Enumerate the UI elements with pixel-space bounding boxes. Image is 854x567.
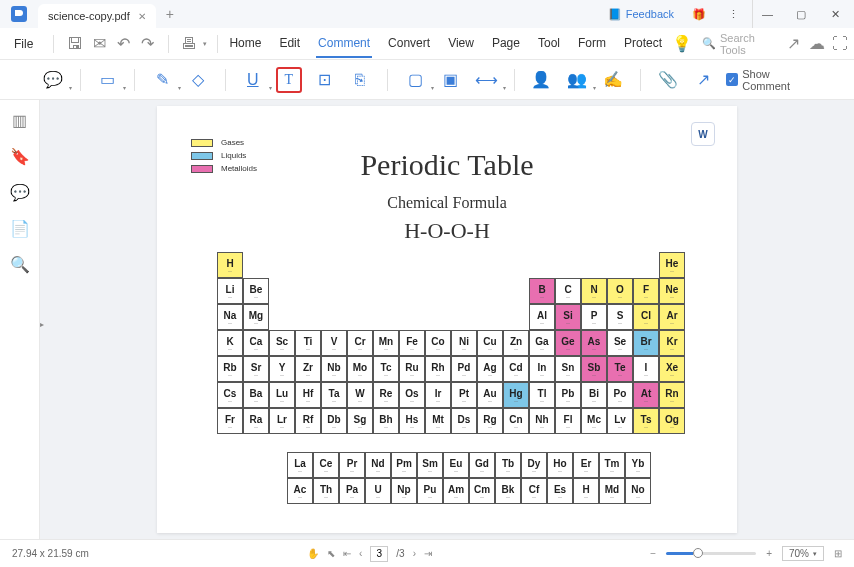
prev-page-icon[interactable]: ‹: [359, 548, 362, 559]
show-comment-toggle[interactable]: ✓ Show Comment: [726, 68, 814, 92]
menu-tab-edit[interactable]: Edit: [277, 30, 302, 58]
shape-tool[interactable]: ▢: [402, 67, 428, 93]
element-Cl: Cl—: [633, 304, 659, 330]
bulb-icon[interactable]: 💡: [672, 33, 692, 55]
element-Zr: Zr—: [295, 356, 321, 382]
first-page-icon[interactable]: ⇤: [343, 548, 351, 559]
print-icon[interactable]: 🖶: [179, 33, 198, 55]
menu-tab-view[interactable]: View: [446, 30, 476, 58]
element-Fr: Fr—: [217, 408, 243, 434]
element-Sg: Sg—: [347, 408, 373, 434]
bookmarks-icon[interactable]: 🔖: [10, 146, 30, 166]
element-Ba: Ba—: [243, 382, 269, 408]
thumbnails-icon[interactable]: ▥: [10, 110, 30, 130]
callout-tool[interactable]: ⎘: [348, 67, 374, 93]
close-button[interactable]: ✕: [820, 0, 850, 28]
element-Lu: Lu—: [269, 382, 295, 408]
menu-tab-comment[interactable]: Comment: [316, 30, 372, 58]
users-tool[interactable]: 👥: [564, 67, 590, 93]
share-icon[interactable]: ↗: [784, 33, 803, 55]
element-Ru: Ru—: [399, 356, 425, 382]
menu-tab-protect[interactable]: Protect: [622, 30, 664, 58]
element-Og: Og—: [659, 408, 685, 434]
zoom-in-icon[interactable]: +: [766, 548, 772, 559]
main-area: ▥ 🔖 💬 📄 🔍 ▸ W GasesLiquidsMetalloids Per…: [0, 100, 854, 539]
underline-tool[interactable]: U: [240, 67, 266, 93]
cloud-icon[interactable]: ☁: [807, 33, 826, 55]
element-Pa: Pa—: [339, 478, 365, 504]
zoom-select[interactable]: 70%▾: [782, 546, 824, 561]
search-tools[interactable]: 🔍 Search Tools: [696, 30, 780, 58]
feedback-button[interactable]: 📘 Feedback: [602, 6, 680, 23]
select-tool-icon[interactable]: ⬉: [327, 548, 335, 559]
maximize-button[interactable]: ▢: [786, 0, 816, 28]
element-Ag: Ag—: [477, 356, 503, 382]
mail-icon[interactable]: ✉: [88, 33, 110, 55]
app-icon[interactable]: [0, 0, 38, 28]
add-tab-button[interactable]: +: [156, 0, 184, 28]
page-input[interactable]: [370, 546, 388, 562]
zoom-out-icon[interactable]: −: [650, 548, 656, 559]
minimize-button[interactable]: —: [752, 0, 782, 28]
eraser-tool[interactable]: ◇: [185, 67, 211, 93]
fit-icon[interactable]: ⊞: [834, 548, 842, 559]
menu-tab-convert[interactable]: Convert: [386, 30, 432, 58]
more-icon[interactable]: ⋮: [718, 0, 748, 28]
element-Pd: Pd—: [451, 356, 477, 382]
pencil-tool[interactable]: ✎: [149, 67, 175, 93]
menu-tab-form[interactable]: Form: [576, 30, 608, 58]
element-K: K—: [217, 330, 243, 356]
save-icon[interactable]: 🖫: [64, 33, 86, 55]
note-tool[interactable]: 💬: [40, 67, 66, 93]
element-Tb: Tb—: [495, 452, 521, 478]
highlight-tool[interactable]: ▭: [95, 67, 121, 93]
element-Sc: Sc—: [269, 330, 295, 356]
gift-icon[interactable]: 🎁: [684, 0, 714, 28]
user-tool[interactable]: 👤: [529, 67, 555, 93]
word-badge-icon[interactable]: W: [691, 122, 715, 146]
feedback-icon: 📘: [608, 8, 622, 21]
periodic-table: H—He—Li—Be—B—C—N—O—F—Ne—Na—Mg—Al—Si—P—S—…: [187, 252, 707, 539]
measure-tool[interactable]: ⟷: [474, 67, 500, 93]
element-Ne: Ne—: [659, 278, 685, 304]
left-sidebar: ▥ 🔖 💬 📄 🔍: [0, 100, 40, 539]
last-page-icon[interactable]: ⇥: [424, 548, 432, 559]
zoom-slider[interactable]: [666, 552, 756, 555]
next-page-icon[interactable]: ›: [413, 548, 416, 559]
file-menu[interactable]: File: [4, 33, 43, 55]
attachments-icon[interactable]: 📄: [10, 218, 30, 238]
element-Ir: Ir—: [425, 382, 451, 408]
search-panel-icon[interactable]: 🔍: [10, 254, 30, 274]
expand-icon[interactable]: ⛶: [831, 33, 850, 55]
text-tool[interactable]: T: [276, 67, 302, 93]
tab-title: science-copy.pdf: [48, 10, 130, 22]
menu-tab-tool[interactable]: Tool: [536, 30, 562, 58]
document-tab[interactable]: science-copy.pdf ✕: [38, 4, 156, 28]
undo-icon[interactable]: ↶: [112, 33, 134, 55]
element-Tl: Tl—: [529, 382, 555, 408]
export-tool[interactable]: ↗: [691, 67, 717, 93]
menu-tab-home[interactable]: Home: [227, 30, 263, 58]
attachment-tool[interactable]: 📎: [655, 67, 681, 93]
element-In: In—: [529, 356, 555, 382]
element-Lv: Lv—: [607, 408, 633, 434]
menu-tab-page[interactable]: Page: [490, 30, 522, 58]
element-Db: Db—: [321, 408, 347, 434]
element-Bh: Bh—: [373, 408, 399, 434]
element-Cn: Cn—: [503, 408, 529, 434]
text-box-tool[interactable]: ⊡: [312, 67, 338, 93]
element-Re: Re—: [373, 382, 399, 408]
element-Lr: Lr—: [269, 408, 295, 434]
hand-tool-icon[interactable]: ✋: [307, 548, 319, 559]
document-area[interactable]: W GasesLiquidsMetalloids Periodic Table …: [40, 100, 854, 539]
element-Ts: Ts—: [633, 408, 659, 434]
element-Ce: Ce—: [313, 452, 339, 478]
comments-icon[interactable]: 💬: [10, 182, 30, 202]
stamp-tool[interactable]: ▣: [438, 67, 464, 93]
signature-tool[interactable]: ✍: [600, 67, 626, 93]
redo-icon[interactable]: ↷: [136, 33, 158, 55]
close-icon[interactable]: ✕: [138, 11, 146, 22]
element-C: C—: [555, 278, 581, 304]
element-Mc: Mc—: [581, 408, 607, 434]
element-Ge: Ge—: [555, 330, 581, 356]
